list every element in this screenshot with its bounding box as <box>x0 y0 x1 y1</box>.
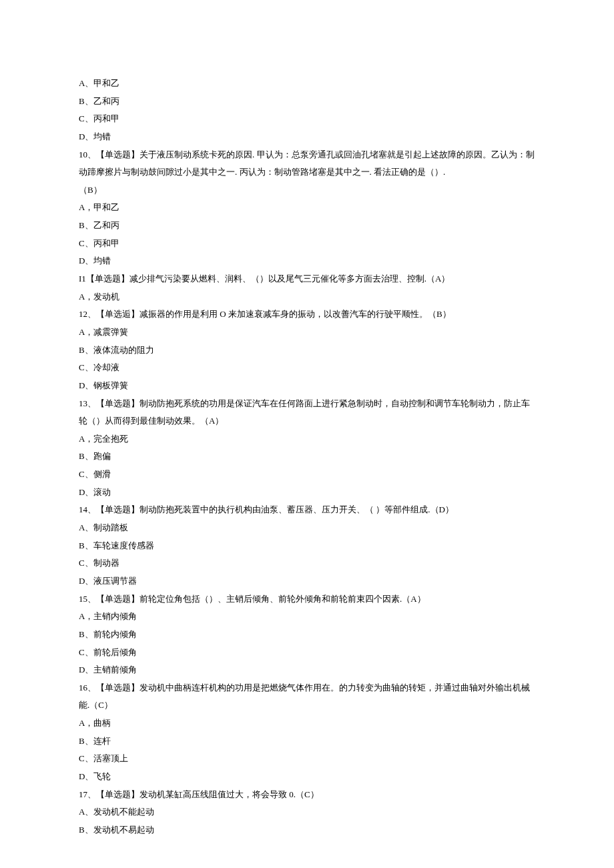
text-line: C、活塞顶上 <box>79 750 535 768</box>
text-line: C、冷却液 <box>79 359 535 377</box>
text-line: A，曲柄 <box>79 715 535 733</box>
text-line: C、前轮后倾角 <box>79 644 535 662</box>
text-line: B、车轮速度传感器 <box>79 537 535 555</box>
text-line: 13、【单选题】制动防抱死系统的功用是保证汽车在任何路面上进行紧急制动时，自动控… <box>79 395 535 430</box>
text-line: A，甲和乙 <box>79 199 535 217</box>
text-line: A，发动机 <box>79 288 535 306</box>
text-line: A，减震弹簧 <box>79 324 535 342</box>
text-line: C、丙和甲 <box>79 110 535 128</box>
text-line: （B） <box>79 181 535 199</box>
text-line: B、液体流动的阻力 <box>79 342 535 360</box>
text-line: A、制动踏板 <box>79 519 535 537</box>
text-line: A，主销内倾角 <box>79 608 535 626</box>
text-line: D、均错 <box>79 128 535 146</box>
text-line: C、制动器 <box>79 554 535 572</box>
text-line: 10、【单选题】关于液压制动系统卡死的原因. 甲认为：总泵旁通孔或回油孔堵塞就是… <box>79 146 535 181</box>
text-line: D、液压调节器 <box>79 572 535 590</box>
text-line: B、发动机不易起动 <box>79 821 535 839</box>
text-line: D、主销前倾角 <box>79 661 535 679</box>
text-line: I1【单选题】减少排气污染要从燃料、润料、（）以及尾气三元催化等多方面去治理、控… <box>79 270 535 288</box>
text-line: 17、【单选题】发动机某缸高压线阻值过大，将会导致 0.（C） <box>79 786 535 804</box>
text-line: D、均错 <box>79 252 535 270</box>
text-line: 16、【单选题】发动机中曲柄连杆机构的功用是把燃烧气体作用在。的力转变为曲轴的转… <box>79 679 535 715</box>
text-line: B、乙和丙 <box>79 217 535 235</box>
text-line: A，完全抱死 <box>79 430 535 448</box>
text-line: A、甲和乙 <box>79 75 535 93</box>
text-line: 15、【单选题】前轮定位角包括（）、主销后倾角、前轮外倾角和前轮前束四个因素.（… <box>79 590 535 608</box>
text-line: B、连杆 <box>79 733 535 751</box>
text-line: B、乙和丙 <box>79 93 535 111</box>
text-line: C、侧滑 <box>79 466 535 484</box>
text-line: B、前轮内倾角 <box>79 626 535 644</box>
text-line: 14、【单选题】制动防抱死装置中的执行机构由油泵、蓄压器、压力开关、（ ）等部件… <box>79 501 535 519</box>
text-line: D、飞轮 <box>79 768 535 786</box>
text-line: C、丙和甲 <box>79 235 535 253</box>
text-line: D、钢板弹簧 <box>79 377 535 395</box>
document-page: A、甲和乙 B、乙和丙 C、丙和甲 D、均错 10、【单选题】关于液压制动系统卡… <box>0 0 614 868</box>
text-line: D、滚动 <box>79 484 535 502</box>
text-line: A、发动机不能起动 <box>79 803 535 821</box>
text-line: B、跑偏 <box>79 448 535 466</box>
text-line: 12、【单选逅】减振器的作用是利用 O 来加速衰减车身的振动，以改善汽车的行驶平… <box>79 306 535 324</box>
